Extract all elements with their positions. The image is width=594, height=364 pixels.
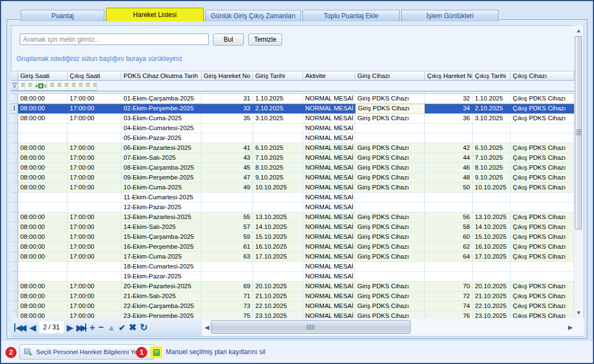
cell-aktivite[interactable]: NORMAL MESAİ <box>303 114 355 124</box>
cell-aktivite[interactable]: NORMAL MESAİ <box>303 292 355 301</box>
cell-cikis_tarihi[interactable] <box>473 262 511 272</box>
cell-giris_tarihi[interactable]: 21.10.2025 <box>253 292 303 301</box>
cell-cikis_hareket_no[interactable]: 44 <box>425 153 473 163</box>
cell-cikis_tarihi[interactable]: 17.10.2025 <box>473 252 511 262</box>
cell-pdks_tarih[interactable]: 13-Ekim-Pazartesi-2025 <box>121 212 201 222</box>
table-row[interactable]: 04-Ekim-Cumartesi-2025NORMAL MESAİ <box>11 124 574 133</box>
cell-giris_tarihi[interactable] <box>253 193 303 203</box>
cell-cikis_tarihi[interactable]: 23.10.2025 <box>473 311 511 318</box>
cell-cikis_tarihi[interactable]: 15.10.2025 <box>473 232 511 242</box>
cell-giris_cihazi[interactable] <box>355 272 425 282</box>
cell-cikis_tarihi[interactable] <box>473 133 511 143</box>
cell-cikis_hareket_no[interactable]: 42 <box>425 143 473 153</box>
cell-cikis_cihazi[interactable]: Çıkış PDKS Cihazı <box>511 212 574 222</box>
cell-giris_hareket_no[interactable] <box>201 262 253 272</box>
filter-cell-aktivite[interactable]: = <box>61 81 69 91</box>
row-indicator[interactable] <box>11 193 18 203</box>
cell-giris_tarihi[interactable]: 20.10.2025 <box>253 282 303 292</box>
row-indicator[interactable] <box>11 232 18 242</box>
cell-pdks_tarih[interactable]: 11-Ekim-Cumartesi-2025 <box>121 193 201 203</box>
cell-giris_tarihi[interactable] <box>253 203 303 212</box>
cell-giris_saati[interactable]: 08:00:00 <box>18 212 68 222</box>
cell-cikis_cihazi[interactable]: Çıkış PDKS Cihazı <box>511 153 574 163</box>
table-row[interactable]: 08:00:0017:00:0003-Ekim-Cuma-2025353.10.… <box>11 114 574 124</box>
refresh-selected-personnel-button[interactable]: + Seçili Personel Hareket Bilgilerini Ye… <box>19 344 155 360</box>
cell-cikis_saati[interactable]: 17:00:00 <box>68 163 121 173</box>
cell-giris_cihazi[interactable]: Giriş PDKS Cihazı <box>355 173 425 183</box>
cell-aktivite[interactable]: NORMAL MESAİ <box>303 193 355 203</box>
cell-cikis_saati[interactable]: 17:00:00 <box>68 292 121 301</box>
cell-cikis_cihazi[interactable] <box>511 203 574 212</box>
cell-giris_cihazi[interactable] <box>355 193 425 203</box>
cell-giris_tarihi[interactable]: 9.10.2025 <box>253 173 303 183</box>
cell-giris_cihazi[interactable]: Giriş PDKS Cihazı <box>355 183 425 193</box>
cell-aktivite[interactable]: NORMAL MESAİ <box>303 311 355 318</box>
cell-giris_hareket_no[interactable]: 33 <box>201 104 253 114</box>
row-indicator[interactable] <box>11 282 18 292</box>
cell-giris_tarihi[interactable]: 2.10.2025 <box>253 104 303 114</box>
cell-aktivite[interactable]: NORMAL MESAİ <box>303 232 355 242</box>
cell-cikis_tarihi[interactable]: 9.10.2025 <box>473 173 511 183</box>
cell-cikis_tarihi[interactable] <box>473 124 511 133</box>
cell-giris_tarihi[interactable]: 16.10.2025 <box>253 242 303 252</box>
hscroll-thumb[interactable] <box>211 320 411 334</box>
table-row[interactable]: 08:00:0017:00:0013-Ekim-Pazartesi-202555… <box>11 212 574 222</box>
filter-cell-cikis_hareket_no[interactable]: = <box>76 81 83 91</box>
cell-aktivite[interactable]: NORMAL MESAİ <box>303 212 355 222</box>
cell-giris_saati[interactable]: 08:00:00 <box>18 242 68 252</box>
cell-cikis_tarihi[interactable]: 2.10.2025 <box>473 104 511 114</box>
cell-giris_hareket_no[interactable] <box>201 272 253 282</box>
cell-cikis_cihazi[interactable] <box>511 133 574 143</box>
search-input[interactable] <box>20 33 209 45</box>
find-button[interactable]: Bul <box>213 33 244 46</box>
filter-cell-giris_tarihi[interactable]: = <box>54 81 61 91</box>
table-row[interactable]: 08:00:0017:00:0007-Ekim-Salı-2025437.10.… <box>11 153 574 163</box>
cell-giris_cihazi[interactable]: Giriş PDKS Cihazı <box>355 163 425 173</box>
cell-cikis_tarihi[interactable]: 14.10.2025 <box>473 222 511 232</box>
cell-cikis_cihazi[interactable]: Çıkış PDKS Cihazı <box>511 104 574 114</box>
cell-giris_tarihi[interactable]: 23.10.2025 <box>253 311 303 318</box>
cell-cikis_cihazi[interactable]: Çıkış PDKS Cihazı <box>511 252 574 262</box>
cell-cikis_cihazi[interactable]: Çıkış PDKS Cihazı <box>511 301 574 311</box>
table-row[interactable]: 08:00:0017:00:0023-Ekim-Perşembe-2025752… <box>11 311 574 318</box>
row-indicator[interactable] <box>11 203 18 212</box>
cell-cikis_cihazi[interactable] <box>511 272 574 282</box>
cell-cikis_hareket_no[interactable]: 34 <box>425 104 473 114</box>
cell-giris_saati[interactable]: 08:00:00 <box>18 183 68 193</box>
cell-giris_saati[interactable] <box>18 133 68 143</box>
cell-aktivite[interactable]: NORMAL MESAİ <box>303 222 355 232</box>
row-indicator[interactable] <box>11 153 18 163</box>
nav-next-button[interactable]: ▶ <box>67 323 74 332</box>
table-row[interactable]: I08:00:0017:00:0002-Ekim-Perşembe-202533… <box>11 104 574 114</box>
cell-aktivite[interactable]: NORMAL MESAİ <box>303 133 355 143</box>
cell-giris_tarihi[interactable]: 13.10.2025 <box>253 212 303 222</box>
cell-cikis_saati[interactable]: 17:00:00 <box>68 311 121 318</box>
tab-gunluk-giris-cikis[interactable]: Günlük Giriş Çıkış Zamanları <box>205 10 301 21</box>
nav-endedit-button[interactable]: ✔ <box>119 323 126 332</box>
cell-cikis_saati[interactable]: 17:00:00 <box>68 252 121 262</box>
cell-giris_saati[interactable] <box>18 193 68 203</box>
cell-aktivite[interactable]: NORMAL MESAİ <box>303 94 355 104</box>
cell-cikis_tarihi[interactable] <box>473 203 511 212</box>
cell-cikis_tarihi[interactable]: 6.10.2025 <box>473 143 511 153</box>
cell-cikis_hareket_no[interactable]: 76 <box>425 311 473 318</box>
filter-cell-pdks_tarih[interactable]: ABC <box>32 81 47 91</box>
cell-aktivite[interactable]: NORMAL MESAİ <box>303 301 355 311</box>
cell-cikis_saati[interactable]: 17:00:00 <box>68 232 121 242</box>
table-row[interactable]: 08:00:0017:00:0016-Ekim-Perşembe-2025611… <box>11 242 574 252</box>
row-indicator[interactable] <box>11 173 18 183</box>
cell-cikis_saati[interactable] <box>68 133 121 143</box>
cell-giris_tarihi[interactable]: 6.10.2025 <box>253 143 303 153</box>
cell-pdks_tarih[interactable]: 10-Ekim-Cuma-2025 <box>121 183 201 193</box>
cell-aktivite[interactable]: NORMAL MESAİ <box>303 143 355 153</box>
table-row[interactable]: 18-Ekim-Cumartesi-2025NORMAL MESAİ <box>11 262 574 272</box>
column-header-cikis_cihazi[interactable]: Çıkış Cihazı <box>511 71 574 81</box>
row-indicator[interactable] <box>11 124 18 133</box>
hscroll-right-arrow-icon[interactable]: ▶ <box>568 323 573 331</box>
cell-giris_cihazi[interactable] <box>355 262 425 272</box>
cell-giris_saati[interactable] <box>18 203 68 212</box>
column-header-pdks_tarih[interactable]: PDKS Cihaz Okutma Tarih <box>121 71 201 81</box>
cell-giris_saati[interactable]: 08:00:00 <box>18 292 68 301</box>
cell-cikis_saati[interactable]: 17:00:00 <box>68 173 121 183</box>
cell-giris_saati[interactable]: 08:00:00 <box>18 153 68 163</box>
